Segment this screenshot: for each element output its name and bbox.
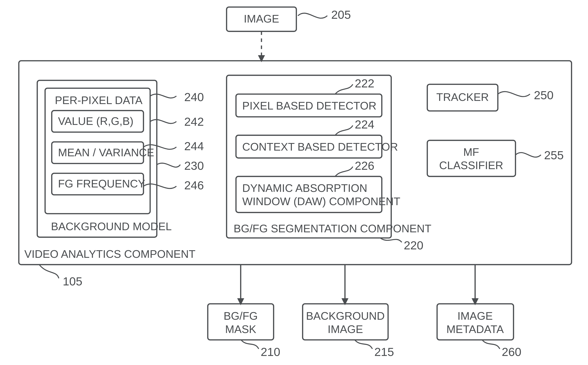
metadata-label-2: METADATA — [447, 323, 504, 335]
num-205: 205 — [331, 8, 351, 21]
lead-222 — [335, 84, 353, 94]
video-analytics-title: VIDEO ANALYTICS COMPONENT — [24, 248, 196, 260]
value-rgb-label: VALUE (R,G,B) — [58, 115, 133, 127]
diagram-canvas: IMAGE 205 VIDEO ANALYTICS COMPONENT 105 … — [0, 0, 588, 365]
bgimg-label-1: BACKGROUND — [306, 310, 385, 322]
context-detector-label: CONTEXT BASED DETECTOR — [242, 141, 398, 153]
daw-label-2: WINDOW (DAW) COMPONENT — [242, 195, 400, 207]
lead-240 — [150, 94, 176, 98]
lead-246 — [143, 184, 176, 188]
num-244: 244 — [184, 140, 204, 153]
lead-255 — [516, 153, 541, 157]
num-246: 246 — [184, 179, 204, 192]
lead-210 — [241, 340, 259, 349]
lead-250 — [498, 92, 530, 97]
segmentation-title: BG/FG SEGMENTATION COMPONENT — [234, 222, 431, 235]
fg-frequency-label: FG FREQUENCY — [58, 177, 145, 190]
background-model-title: BACKGROUND MODEL — [51, 220, 172, 232]
mean-variance-label: MEAN / VARIANCE — [58, 146, 154, 159]
mf-label-2: CLASSIFIER — [439, 159, 503, 171]
lead-230 — [157, 163, 181, 167]
num-215: 215 — [374, 345, 394, 358]
lead-224 — [335, 126, 353, 135]
mask-label-1: BG/FG — [224, 310, 258, 322]
metadata-label-1: IMAGE — [457, 310, 493, 322]
daw-label-1: DYNAMIC ABSORPTION — [242, 182, 367, 194]
lead-226 — [335, 167, 353, 176]
mask-label-2: MASK — [225, 323, 256, 335]
lead-260 — [482, 340, 500, 349]
lead-220 — [380, 238, 402, 242]
num-255: 255 — [544, 148, 564, 162]
num-260: 260 — [502, 345, 521, 358]
lead-205 — [298, 13, 328, 18]
image-input-label: IMAGE — [244, 13, 279, 25]
lead-242 — [150, 120, 176, 123]
num-222: 222 — [355, 77, 374, 90]
num-220: 220 — [404, 239, 423, 252]
pixel-detector-label: PIXEL BASED DETECTOR — [242, 100, 376, 112]
num-230: 230 — [184, 159, 204, 172]
mf-label-1: MF — [463, 146, 479, 158]
per-pixel-data-title: PER-PIXEL DATA — [55, 94, 143, 106]
tracker-label: TRACKER — [436, 91, 489, 103]
num-226: 226 — [355, 159, 374, 172]
num-224: 224 — [355, 118, 374, 131]
num-250: 250 — [534, 88, 553, 102]
num-210: 210 — [261, 345, 280, 358]
num-242: 242 — [184, 115, 204, 128]
num-105: 105 — [63, 275, 82, 288]
num-240: 240 — [184, 90, 204, 104]
lead-105 — [39, 265, 59, 278]
lead-215 — [355, 340, 372, 349]
bgimg-label-2: IMAGE — [328, 323, 363, 335]
